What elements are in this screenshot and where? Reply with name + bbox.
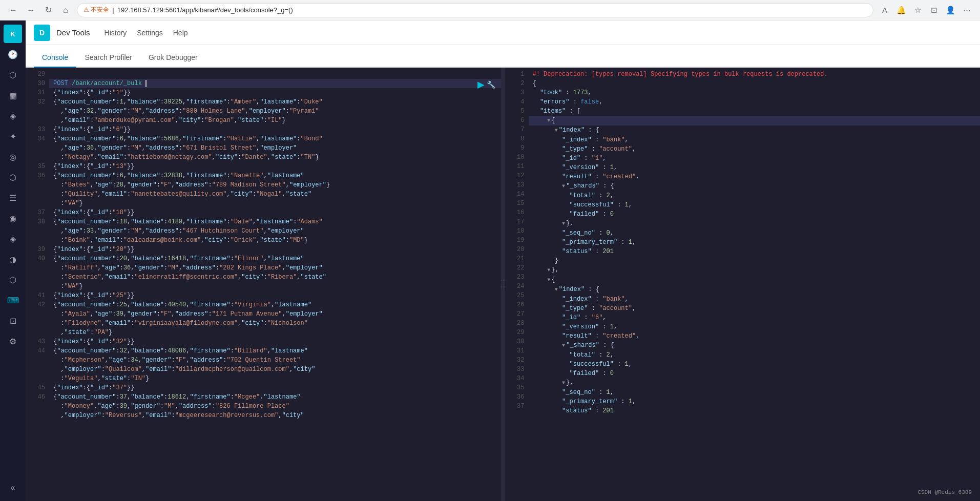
response-line: { [529,79,981,88]
tab-console[interactable]: Console [34,48,76,68]
sidebar-item-siem[interactable]: ⬡ [4,270,22,289]
code-line: {"index":{"_id":"18"}} [49,208,501,217]
fold-arrow-icon[interactable]: ▼ [555,287,558,293]
history-link[interactable]: History [100,27,131,39]
back-button[interactable]: ← [6,3,20,17]
fold-arrow-icon[interactable]: ▼ [547,267,550,273]
response-pane: 1 2 3 4 5 6 7 8 9 10 11 12 13 14 15 16 1 [505,68,981,501]
response-line: "status" : 201 [529,406,981,415]
font-button[interactable]: A [878,3,892,17]
code-line: {"account_number":37,"balance":18612,"fi… [49,392,501,402]
sidebar-item-discover[interactable]: ⬡ [4,66,22,84]
code-line: {"account_number":18,"balance":4180,"fir… [49,217,501,226]
sidebar-item-maps[interactable]: ◎ [4,148,22,166]
code-line: {"account_number":6,"balance":5686,"firs… [49,134,501,143]
response-line: ▼{ [529,116,981,126]
code-line [49,70,501,79]
sidebar-item-dashboard[interactable]: ▦ [4,86,22,105]
forward-button[interactable]: → [24,3,38,17]
response-line: "_index" : "bank", [529,135,981,144]
response-line: ▼"_shards" : { [529,341,981,350]
sidebar-item-uptime[interactable]: ◑ [4,250,22,268]
sidebar-item-management[interactable]: ⚙ [4,332,22,350]
pane-divider[interactable]: ⋮⋮ [501,68,505,501]
home-button[interactable]: ⌂ [58,3,73,17]
tab-grid-button[interactable]: ⊡ [927,3,941,17]
sidebar-item-recent[interactable]: 🕐 [4,45,22,64]
fold-arrow-icon[interactable]: ▼ [562,183,565,189]
sidebar-item-stack-monitoring[interactable]: ⊡ [4,311,22,330]
help-link[interactable]: Help [169,27,192,39]
sidebar-item-ml[interactable]: ⬡ [4,168,22,186]
code-line: :"WA"} [49,282,501,291]
more-button[interactable]: ⋯ [960,3,974,17]
run-button[interactable]: ▶ [475,79,487,90]
fold-arrow-icon[interactable]: ▼ [562,380,565,386]
address-bar[interactable]: ⚠ 不安全 | 192.168.57.129:5601/app/kibana#/… [77,3,873,17]
response-line: "result" : "created", [529,331,981,341]
sidebar-item-logs[interactable]: ☰ [4,189,22,207]
response-line: "successful" : 1, [529,360,981,369]
address-separator: | [112,6,114,14]
editor-line-numbers: 29 30 31 32 33 34 35 36 37 [26,68,49,501]
response-code-area: #! Deprecation: [types removal] Specifyi… [529,68,981,501]
code-line: {"account_number":32,"balance":48086,"fi… [49,346,501,356]
response-line: "total" : 2, [529,350,981,360]
top-bar: D Dev Tools History Settings Help [26,20,980,45]
code-line: ,"state":"PA"} [49,328,501,337]
code-line: :"Quility","email":"nanettebates@quility… [49,190,501,199]
sidebar-item-infra[interactable]: ◉ [4,209,22,227]
sidebar-item-collapse[interactable]: « [4,478,22,497]
address-text: 192.168.57.129:5601/app/kibana#/dev_tool… [117,6,293,14]
tab-grok-debugger[interactable]: Grok Debugger [140,48,206,68]
bell-button[interactable]: 🔔 [894,3,908,17]
code-line: :"Mooney","age":39,"gender":"M","address… [49,402,501,411]
response-line: ▼}, [529,265,981,275]
code-line: :"VA"} [49,199,501,208]
code-line: {"index":{"_id":"20"}} [49,245,501,254]
code-line: :"Ratliff","age":36,"gender":"M","addres… [49,263,501,273]
code-line: :"Veguita","state":"IN"} [49,374,501,383]
code-line: {"account_number":1,"balance":39225,"fir… [49,97,501,107]
settings-link[interactable]: Settings [133,27,167,39]
sidebar-item-canvas[interactable]: ✦ [4,127,22,145]
code-line: {"account_number":20,"balance":16418,"fi… [49,254,501,263]
response-line: "result" : "created", [529,172,981,181]
code-line: :"Boink","email":"daleadams@boink.com","… [49,236,501,245]
code-line: :"Netagy","email":"hattiebond@netagy.com… [49,153,501,162]
sidebar-item-visualize[interactable]: ◈ [4,107,22,125]
response-line: "_primary_term" : 1, [529,238,981,247]
code-line: {"index":{"_id":"13"}} [49,162,501,171]
response-line: "_seq_no" : 0, [529,228,981,238]
app-container: K 🕐 ⬡ ▦ ◈ ✦ ◎ ⬡ ☰ ◉ ◈ ◑ ⬡ ⌨ ⊡ ⚙ « D Dev … [0,20,980,501]
response-line: } [529,256,981,265]
editor-code-area[interactable]: POST /bank/account/_bulk {"index":{"_id"… [49,68,501,501]
sidebar-item-apm[interactable]: ◈ [4,229,22,248]
fold-arrow-icon[interactable]: ▼ [562,343,565,348]
editor-settings-button[interactable]: 🔧 [486,79,497,90]
code-line: {"index":{"_id":"32"}} [49,337,501,346]
response-line: "_primary_term" : 1, [529,397,981,406]
app-logo: D [34,25,50,41]
refresh-button[interactable]: ↻ [41,3,55,17]
response-line: ▼}, [529,219,981,228]
browser-chrome: ← → ↻ ⌂ ⚠ 不安全 | 192.168.57.129:5601/app/… [0,0,980,20]
code-line: {"index":{"_id":"6"}} [49,125,501,134]
fold-arrow-icon[interactable]: ▼ [547,118,550,123]
fold-arrow-icon[interactable]: ▼ [547,277,550,283]
response-line: "_index" : "bank", [529,295,981,304]
code-line: :"Ayala","age":39,"gender":"F","address"… [49,309,501,319]
response-line: "_id" : "6", [529,313,981,322]
response-line: "errors" : false, [529,97,981,107]
profile-button[interactable]: 👤 [943,3,957,17]
sidebar-item-devtools[interactable]: ⌨ [4,291,22,309]
bookmark-button[interactable]: ☆ [910,3,925,17]
response-line: "took" : 1773, [529,88,981,97]
code-line: {"account_number":25,"balance":40540,"fi… [49,300,501,309]
sidebar-item-kibana-logo[interactable]: K [4,25,22,43]
tab-search-profiler[interactable]: Search Profiler [76,48,140,68]
response-line: ▼"index" : { [529,285,981,295]
fold-arrow-icon[interactable]: ▼ [562,221,565,226]
code-line-active: POST /bank/account/_bulk [49,79,501,88]
fold-arrow-icon[interactable]: ▼ [555,128,558,133]
